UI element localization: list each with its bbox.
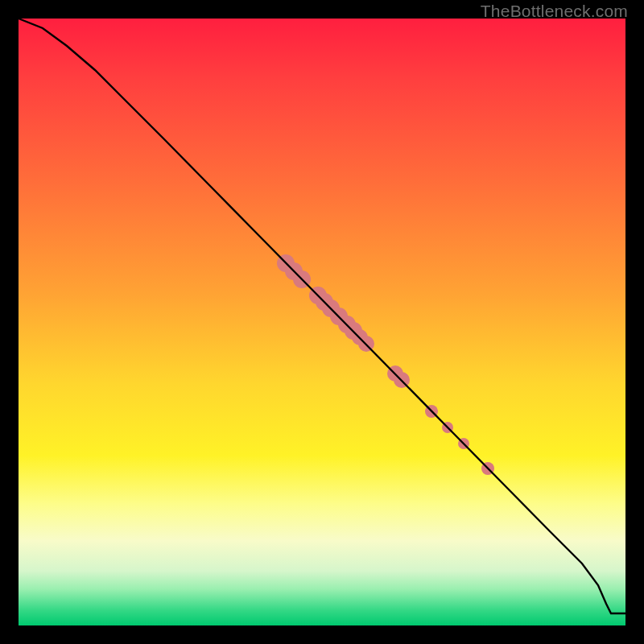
chart-overlay <box>19 19 625 625</box>
trend-line <box>19 19 625 613</box>
chart-stage: TheBottleneck.com <box>0 0 644 644</box>
watermark-text: TheBottleneck.com <box>481 2 628 21</box>
